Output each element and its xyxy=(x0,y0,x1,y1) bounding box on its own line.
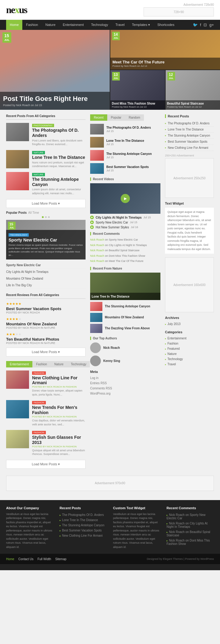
small-thumb[interactable] xyxy=(90,137,104,148)
sidebar-list-item[interactable]: ▸Lone Tree In The Distance xyxy=(165,127,214,133)
category-item[interactable]: ▸Nature xyxy=(165,351,214,356)
ent-article-thumb[interactable] xyxy=(6,430,29,448)
popular-featured-overlay: TECHNOLOGY Sporty New Electric Car Donec… xyxy=(6,230,86,259)
category-item[interactable]: ▸Entertainment xyxy=(165,336,214,341)
footer-fullwidth-link[interactable]: Full Width xyxy=(38,557,51,561)
nature-small-thumb[interactable] xyxy=(90,302,102,311)
category-item[interactable]: ▸Featured xyxy=(165,346,214,351)
hero-mid-right-badge: 12JUL xyxy=(167,72,175,80)
hero-top-right[interactable]: 14JUL Meet The Car Of The Future Posted … xyxy=(110,30,220,70)
category-item[interactable]: ▸Travel xyxy=(165,362,214,367)
footer-comment-item[interactable]: ▸Nick Roach on Dont Miss This Fashion Sh… xyxy=(167,538,214,546)
small-thumb[interactable] xyxy=(90,163,104,174)
archive-item[interactable]: ▸July 2013 xyxy=(165,321,214,327)
meta-login[interactable]: Log in xyxy=(90,375,160,381)
nav-travel[interactable]: Travel xyxy=(112,20,128,30)
article-thumb[interactable] xyxy=(6,150,29,168)
footer-list-item[interactable]: ▸New Clothing Line For Armani xyxy=(60,533,107,538)
footer-list-item[interactable]: ▸Lone Tree In The Distance xyxy=(60,517,107,523)
popular-list-item[interactable]: Life In The Big City xyxy=(6,282,86,289)
recent-posts-sidebar-list: ▸The Photographs Of D. Anders ▸Lone Tree… xyxy=(165,120,214,151)
load-more-reviews[interactable]: Load More Posts ▾ xyxy=(6,348,86,356)
category-item[interactable]: ▸Fashion xyxy=(165,341,214,346)
googleplus-icon[interactable]: g+ xyxy=(209,23,214,27)
nav-nature[interactable]: Nature xyxy=(42,20,59,30)
logo[interactable]: nexus xyxy=(6,4,27,16)
hero-main[interactable]: 15JUL Post Title Goes Right Here Posted … xyxy=(0,30,110,110)
hero-mid-right[interactable]: 12JUL Beautiful Spiral Staircase Posted … xyxy=(166,70,220,110)
footer-comment-item[interactable]: ▸Nick Roach on Beautiful Spiral Staircas… xyxy=(167,529,214,538)
hero-mid-left[interactable]: 13JUL Dont Miss This Fashion Show Posted… xyxy=(110,70,165,110)
article-thumb[interactable] xyxy=(6,123,29,141)
small-thumb[interactable] xyxy=(90,124,104,134)
tab-nature[interactable]: Nature xyxy=(51,361,67,367)
sidebar-list-item[interactable]: ▸The Stunning Antelope Canyon xyxy=(165,133,214,139)
sidebar-list-item[interactable]: ▸Best Summer Vacation Spots xyxy=(165,139,214,145)
article-card: NATURE The Stunning Antelope Canyon Lore… xyxy=(6,172,86,195)
nav-fashion[interactable]: Fashion xyxy=(22,20,42,30)
popular-list-item[interactable]: City Lights At Night In Timelaps xyxy=(6,269,86,275)
cat-badge: NATURE xyxy=(32,173,45,176)
tab-recent[interactable]: Recent xyxy=(90,114,107,121)
comment-item: Nick Roach on Beautiful Spiral Staircase xyxy=(90,249,160,252)
comment-item: Nick Roach on Sporty New Electric Car xyxy=(90,238,160,242)
popular-list-item[interactable]: Mountains Of New Zealand xyxy=(6,275,86,282)
nav-shortcodes[interactable]: Shortcodes xyxy=(154,20,178,30)
ent-article-thumb[interactable] xyxy=(6,370,29,389)
tab-technology[interactable]: Technology xyxy=(67,361,90,367)
nav-technology[interactable]: Technology xyxy=(87,20,112,30)
footer-col-recent: Recent Posts ▸The Photographs Of D. Ande… xyxy=(60,506,107,549)
tab-popular[interactable]: Popular xyxy=(107,114,125,121)
footer-credit: Designed by Elegant Themes | Powered by … xyxy=(147,557,214,560)
sidebar-list-item[interactable]: ▸New Clothing Line For Armani xyxy=(165,145,214,151)
ent-article-thumb[interactable] xyxy=(6,400,29,418)
twitter-icon[interactable]: 🐦 xyxy=(193,23,198,27)
category-item[interactable]: ▸Technology xyxy=(165,356,214,362)
tab-random[interactable]: Random xyxy=(125,114,144,121)
small-thumb[interactable] xyxy=(90,150,104,161)
footer-comment-item[interactable]: ▸Nick Roach on City Lights At Night In T… xyxy=(167,521,214,529)
nav-templates[interactable]: Templates ▾ xyxy=(128,20,154,30)
footer-grid: About Our Company Vestibulum at risus eg… xyxy=(6,506,214,549)
tab-fashion[interactable]: Fashion xyxy=(32,361,51,367)
article-content: NATURE The Stunning Antelope Canyon Lore… xyxy=(32,172,86,195)
meta-wordpress[interactable]: WordPress.org xyxy=(90,391,160,396)
play-button[interactable]: ▶ xyxy=(121,194,130,203)
footer-col-custom: Custom Text Widget Vestibulum at risus e… xyxy=(113,506,160,549)
review-item: ★★★★★ Ten Beautiful Nature Photos POSTED… xyxy=(6,332,86,345)
load-more-ent[interactable]: Load More Posts ▾ xyxy=(6,460,86,469)
rss-icon[interactable]: ⊡ xyxy=(204,23,207,27)
popular-featured[interactable]: 15JUL TECHNOLOGY Sporty New Electric Car… xyxy=(6,220,86,259)
middle-column: Recent Popular Random The Photographs Of… xyxy=(90,114,160,471)
footer-contact-link[interactable]: Contact Us xyxy=(18,557,33,561)
nav-home[interactable]: Home xyxy=(6,20,22,30)
video-player[interactable]: ▶ xyxy=(90,183,160,214)
comment-item: Nick Roach on Dont Miss This Fashion Sho… xyxy=(90,254,160,258)
article-thumb[interactable] xyxy=(6,172,29,190)
facebook-icon[interactable]: f xyxy=(200,23,201,27)
nature-big-image[interactable]: Lone Tree In The Distance xyxy=(90,273,160,300)
meta-comments-rss[interactable]: Comments RSS xyxy=(90,386,160,391)
popular-list-item[interactable]: Sporty New Electric Car xyxy=(6,262,86,269)
play-small-icon: ▶ xyxy=(90,220,94,224)
ent-tabs: Entertainment Fashion Nature Technology xyxy=(6,361,86,367)
nature-small-thumb[interactable] xyxy=(90,324,102,333)
nature-small-thumb[interactable] xyxy=(90,313,102,322)
footer-list-item[interactable]: ▸The Photographs Of D. Anders xyxy=(60,512,107,517)
footer-sitemap-link[interactable]: Sitemap xyxy=(55,557,67,561)
ent-article-content: FASHION New Clothing Line For Armani POS… xyxy=(32,370,86,397)
tab-entertainment[interactable]: Entertainment xyxy=(6,361,32,367)
meta-entries-rss[interactable]: Entries RSS xyxy=(90,381,160,386)
nature-small-article: The Dazzling View From Above xyxy=(90,324,160,333)
footer-home-link[interactable]: Home xyxy=(6,557,14,561)
nav-entertainment[interactable]: Entertainment xyxy=(59,20,87,30)
popular-featured-badge: 15JUL xyxy=(8,222,16,230)
archives-title: Archives xyxy=(165,316,214,320)
footer-list-item[interactable]: ▸The Stunning Antelope Canyon xyxy=(60,523,107,528)
footer-comment-item[interactable]: ▸Nick Roach on Sporty New Electric Car xyxy=(167,512,214,521)
footer-list-item[interactable]: ▸Best Summer Vacation Spots xyxy=(60,528,107,533)
sidebar-list-item[interactable]: ▸The Photographs Of D. Anders xyxy=(165,120,214,127)
load-more-recent[interactable]: Load More Posts ▾ xyxy=(6,199,86,208)
small-article: Best Summer Vacation Spots Jul 15 xyxy=(90,163,160,174)
nav-links: Home Fashion Nature Entertainment Techno… xyxy=(6,20,178,30)
